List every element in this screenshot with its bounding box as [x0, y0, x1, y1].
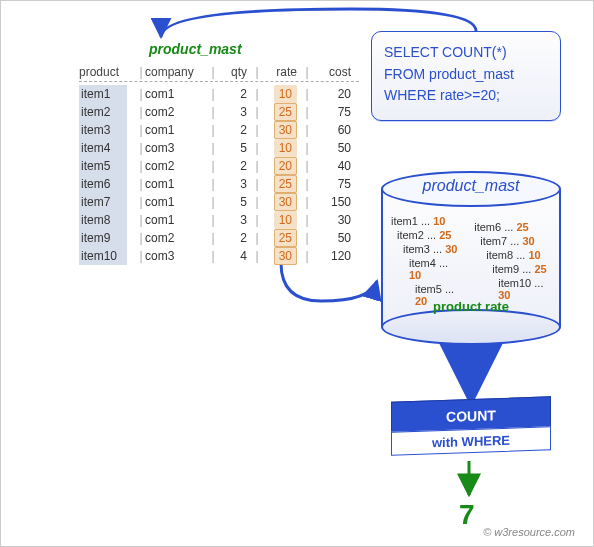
col-company: company [145, 65, 209, 79]
sql-query-box: SELECT COUNT(*) FROM product_mast WHERE … [371, 31, 561, 121]
table-header: product | company | qty | rate | cost [79, 65, 364, 79]
table-row: item2|com2|3|25|75 [79, 103, 364, 121]
count-box-subtitle: with WHERE [391, 426, 551, 456]
col-cost: cost [311, 65, 357, 79]
col-rate: rate [261, 65, 303, 79]
table-row: item8|com1|3|10|30 [79, 211, 364, 229]
table-body: item1|com1|2|10|20item2|com2|3|25|75item… [79, 85, 364, 265]
cylinder-item: item8 ... 10 [474, 249, 551, 261]
table-row: item9|com2|2|25|50 [79, 229, 364, 247]
cylinder-item: item6 ... 25 [474, 221, 551, 233]
cylinder-item: item2 ... 25 [391, 229, 462, 241]
result-value: 7 [459, 499, 475, 531]
database-cylinder: product_mast item1 ... 10item2 ... 25ite… [381, 171, 561, 341]
cylinder-item: item1 ... 10 [391, 215, 462, 227]
count-box: COUNT with WHERE [391, 399, 551, 455]
cylinder-item: item7 ... 30 [474, 235, 551, 247]
table-row: item1|com1|2|10|20 [79, 85, 364, 103]
cylinder-item: item10 ... 30 [474, 277, 551, 301]
col-qty: qty [217, 65, 253, 79]
sql-line-1: SELECT COUNT(*) [384, 42, 548, 64]
attribution: © w3resource.com [483, 526, 575, 538]
cylinder-item: item4 ... 10 [391, 257, 462, 281]
sql-line-2: FROM product_mast [384, 64, 548, 86]
table-row: item10|com3|4|30|120 [79, 247, 364, 265]
sql-line-3: WHERE rate>=20; [384, 85, 548, 107]
table-row: item7|com1|5|30|150 [79, 193, 364, 211]
cylinder-footer: product rate [381, 299, 561, 314]
table-row: item4|com3|5|10|50 [79, 139, 364, 157]
table-row: item3|com1|2|30|60 [79, 121, 364, 139]
cylinder-title: product_mast [381, 177, 561, 195]
table-row: item5|com2|2|20|40 [79, 157, 364, 175]
col-product: product [79, 65, 137, 79]
cylinder-item: item9 ... 25 [474, 263, 551, 275]
header-divider [79, 81, 359, 82]
product-mast-table: product | company | qty | rate | cost it… [79, 47, 364, 265]
cylinder-content: item1 ... 10item2 ... 25item3 ... 30item… [391, 215, 551, 307]
cylinder-item: item3 ... 30 [391, 243, 462, 255]
table-row: item6|com1|3|25|75 [79, 175, 364, 193]
